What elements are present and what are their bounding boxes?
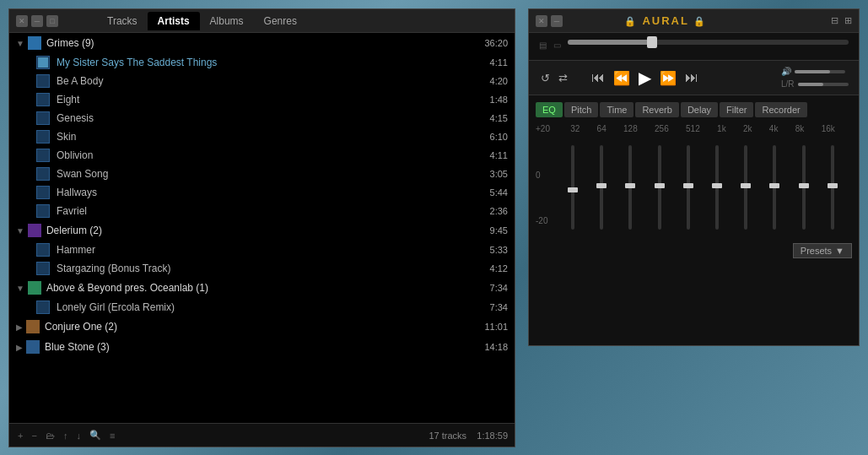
eq-freq-labels: 32641282565121k2k4k8k16k <box>553 124 852 133</box>
track-row[interactable]: Lonely Girl (Ercola Remix)7:34 <box>9 298 515 317</box>
eq-slider-col-0 <box>560 137 585 238</box>
eq-slider-track-5[interactable] <box>715 145 719 230</box>
track-thumb <box>36 243 50 257</box>
eq-tab-recorder[interactable]: Recorder <box>755 102 806 117</box>
win-maximize[interactable]: □ <box>46 15 58 27</box>
artist-row-1[interactable]: ▼Delerium (2)9:45 <box>9 220 515 241</box>
tab-artists[interactable]: Artists <box>148 12 200 30</box>
player-icon2[interactable]: ⊞ <box>844 15 852 25</box>
eq-slider-thumb-6[interactable] <box>741 183 751 188</box>
track-row[interactable]: Stargazing (Bonus Track)4:12 <box>9 259 515 278</box>
freq-label-2k: 2k <box>743 124 752 133</box>
eq-panel: EQPitchTimeReverbDelayFilterRecorder +20… <box>529 95 859 345</box>
balance-slider[interactable] <box>798 83 849 86</box>
freq-label-8k: 8k <box>795 124 805 133</box>
eq-slider-thumb-7[interactable] <box>769 183 779 188</box>
eq-slider-track-1[interactable] <box>600 145 603 230</box>
artist-row-2[interactable]: ▼Above & Beyond pres. Oceanlab (1)7:34 <box>9 278 515 298</box>
track-thumb-img <box>38 95 48 105</box>
rewind-btn[interactable]: ⏪ <box>612 68 632 88</box>
track-thumb-img <box>38 245 48 255</box>
repeat-btn[interactable]: ↺ <box>539 70 552 86</box>
track-name: Skin <box>57 131 483 143</box>
tab-tracks[interactable]: Tracks <box>97 12 148 30</box>
artist-duration: 11:01 <box>484 322 508 332</box>
player-icon1[interactable]: ⊟ <box>831 15 838 25</box>
eq-slider-col-2 <box>617 137 643 238</box>
move-up-icon[interactable]: ↑ <box>62 429 70 442</box>
win-close[interactable]: ✕ <box>16 15 28 27</box>
track-duration: 4:12 <box>490 263 508 274</box>
eq-slider-thumb-9[interactable] <box>828 183 838 188</box>
tab-bar: Tracks Artists Albums Genres <box>97 6 508 36</box>
eq-slider-thumb-5[interactable] <box>712 183 722 188</box>
eq-slider-thumb-4[interactable] <box>683 183 693 188</box>
eq-slider-track-8[interactable] <box>802 145 806 230</box>
track-row[interactable]: Hammer5:33 <box>9 241 515 259</box>
fast-forward-btn[interactable]: ⏩ <box>658 68 678 88</box>
player-close[interactable]: ✕ <box>536 15 547 27</box>
progress-area: ▤ ▭ <box>529 33 859 61</box>
win-minimize[interactable]: ─ <box>31 15 43 27</box>
progress-bar[interactable] <box>568 40 849 45</box>
track-row[interactable]: Genesis4:15 <box>9 109 515 127</box>
eq-slider-track-4[interactable] <box>687 145 690 230</box>
eq-slider-track-6[interactable] <box>744 145 747 230</box>
artist-duration: 14:18 <box>484 342 508 352</box>
remove-icon[interactable]: − <box>30 429 38 442</box>
eq-slider-thumb-3[interactable] <box>655 183 665 188</box>
track-row[interactable]: Favriel2:36 <box>9 202 515 220</box>
balance-fill <box>798 83 823 86</box>
presets-button[interactable]: Presets ▼ <box>793 243 852 258</box>
volume-slider[interactable] <box>795 70 845 73</box>
track-name: Hallways <box>57 187 483 198</box>
track-row[interactable]: Oblivion4:11 <box>9 146 515 165</box>
track-thumb-img <box>38 263 48 274</box>
track-duration: 4:20 <box>490 76 508 86</box>
expand-arrow: ▼ <box>16 284 24 293</box>
tab-albums[interactable]: Albums <box>200 12 254 30</box>
eq-slider-track-0[interactable] <box>571 145 574 230</box>
player-minimize[interactable]: ─ <box>551 15 563 27</box>
eq-slider-thumb-8[interactable] <box>799 183 809 188</box>
play-btn[interactable]: ▶ <box>637 66 653 89</box>
track-row[interactable]: My Sister Says The Saddest Things4:11 <box>9 53 515 72</box>
add-icon[interactable]: + <box>16 429 24 442</box>
eq-tab-filter[interactable]: Filter <box>720 102 753 117</box>
artist-row-3[interactable]: ▶Conjure One (2)11:01 <box>9 317 515 337</box>
track-name: My Sister Says The Saddest Things <box>57 57 483 68</box>
search-icon[interactable]: 🔍 <box>88 428 103 442</box>
eq-db-labels: +20 0 -20 <box>536 124 550 225</box>
track-list[interactable]: ▼Grimes (9)36:20My Sister Says The Sadde… <box>9 33 515 423</box>
track-row[interactable]: Hallways5:44 <box>9 183 515 202</box>
move-down-icon[interactable]: ↓ <box>74 429 83 442</box>
progress-thumb[interactable] <box>647 36 657 48</box>
next-btn[interactable]: ⏭ <box>683 68 700 87</box>
track-row[interactable]: Swan Song3:05 <box>9 165 515 183</box>
prev-btn[interactable]: ⏮ <box>590 68 607 87</box>
eq-slider-track-9[interactable] <box>831 145 834 230</box>
track-row[interactable]: Eight1:48 <box>9 90 515 109</box>
eq-tab-delay[interactable]: Delay <box>681 102 718 117</box>
folder-icon[interactable]: 🗁 <box>44 429 57 442</box>
eq-slider-thumb-2[interactable] <box>625 183 635 188</box>
eq-slider-thumb-0[interactable] <box>568 187 578 192</box>
eq-tab-pitch[interactable]: Pitch <box>564 102 598 117</box>
track-row[interactable]: Be A Body4:20 <box>9 72 515 90</box>
settings-icon[interactable]: ≡ <box>108 429 116 442</box>
track-row[interactable]: Skin6:10 <box>9 127 515 146</box>
eq-slider-track-3[interactable] <box>658 145 661 230</box>
track-duration: 4:15 <box>490 113 508 123</box>
eq-tab-eq[interactable]: EQ <box>536 102 563 117</box>
window-controls: ✕ ─ □ <box>16 15 58 27</box>
eq-tab-reverb[interactable]: Reverb <box>635 102 678 117</box>
artist-row-4[interactable]: ▶Blue Stone (3)14:18 <box>9 337 515 357</box>
eq-slider-track-2[interactable] <box>628 145 632 230</box>
eq-slider-track-7[interactable] <box>773 145 776 230</box>
shuffle-btn[interactable]: ⇄ <box>557 70 569 86</box>
eq-tab-time[interactable]: Time <box>600 102 633 117</box>
track-name: Lonely Girl (Ercola Remix) <box>57 301 483 313</box>
tab-genres[interactable]: Genres <box>254 12 307 30</box>
eq-slider-thumb-1[interactable] <box>596 183 607 188</box>
artist-row-0[interactable]: ▼Grimes (9)36:20 <box>9 33 515 53</box>
